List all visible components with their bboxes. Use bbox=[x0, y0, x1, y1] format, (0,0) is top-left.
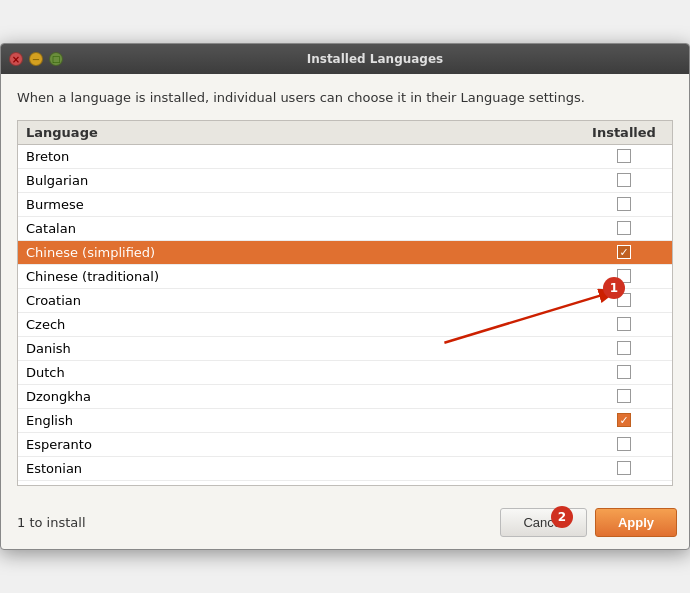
row-language-name: Estonian bbox=[26, 461, 584, 476]
table-row[interactable]: Estonian bbox=[18, 457, 672, 481]
language-checkbox[interactable] bbox=[617, 197, 631, 211]
table-row[interactable]: Bulgarian bbox=[18, 169, 672, 193]
row-check-cell: ✓ bbox=[584, 245, 664, 259]
row-check-cell bbox=[584, 293, 664, 307]
language-checkbox[interactable] bbox=[617, 365, 631, 379]
row-check-cell bbox=[584, 365, 664, 379]
row-language-name: Chinese (traditional) bbox=[26, 269, 584, 284]
table-body[interactable]: BretonBulgarianBurmeseCatalanChinese (si… bbox=[18, 145, 672, 485]
table-row[interactable]: English✓ bbox=[18, 409, 672, 433]
row-check-cell bbox=[584, 341, 664, 355]
row-check-cell bbox=[584, 269, 664, 283]
close-button[interactable]: × bbox=[9, 52, 23, 66]
table-row[interactable]: Catalan bbox=[18, 217, 672, 241]
table-header: Language Installed bbox=[18, 121, 672, 145]
table-row[interactable]: Dzongkha bbox=[18, 385, 672, 409]
language-checkbox[interactable] bbox=[617, 389, 631, 403]
row-check-cell: ✓ bbox=[584, 413, 664, 427]
row-check-cell bbox=[584, 173, 664, 187]
annotation-badge-1: 1 bbox=[603, 277, 625, 299]
minimize-button[interactable]: − bbox=[29, 52, 43, 66]
row-language-name: Breton bbox=[26, 149, 584, 164]
table-row[interactable]: Chinese (simplified)✓ bbox=[18, 241, 672, 265]
language-checkbox[interactable] bbox=[617, 173, 631, 187]
table-row[interactable]: Burmese bbox=[18, 193, 672, 217]
row-language-name: Dutch bbox=[26, 365, 584, 380]
cancel-button[interactable]: Cancel bbox=[500, 508, 586, 537]
table-row[interactable]: Esperanto bbox=[18, 433, 672, 457]
row-check-cell bbox=[584, 221, 664, 235]
row-check-cell bbox=[584, 437, 664, 451]
row-check-cell bbox=[584, 317, 664, 331]
row-language-name: Esperanto bbox=[26, 437, 584, 452]
language-checkbox[interactable] bbox=[617, 437, 631, 451]
language-checkbox[interactable] bbox=[617, 221, 631, 235]
footer: 1 to install Cancel Apply bbox=[1, 498, 689, 549]
table-row[interactable]: Czech bbox=[18, 313, 672, 337]
table-row[interactable]: Finnish bbox=[18, 481, 672, 485]
row-check-cell bbox=[584, 149, 664, 163]
language-table-wrapper: 1 Language Installed bbox=[17, 120, 673, 486]
table-row[interactable]: Breton bbox=[18, 145, 672, 169]
header-installed: Installed bbox=[584, 125, 664, 140]
main-window: × − □ Installed Languages When a languag… bbox=[0, 43, 690, 550]
apply-button[interactable]: Apply bbox=[595, 508, 677, 537]
row-language-name: Burmese bbox=[26, 197, 584, 212]
maximize-button[interactable]: □ bbox=[49, 52, 63, 66]
content-area: When a language is installed, individual… bbox=[1, 74, 689, 498]
table-row[interactable]: Dutch bbox=[18, 361, 672, 385]
row-language-name: Danish bbox=[26, 341, 584, 356]
row-check-cell bbox=[584, 389, 664, 403]
header-language: Language bbox=[26, 125, 584, 140]
row-language-name: Dzongkha bbox=[26, 389, 584, 404]
row-check-cell bbox=[584, 461, 664, 475]
row-check-cell bbox=[584, 197, 664, 211]
row-language-name: Chinese (simplified) bbox=[26, 245, 584, 260]
annotation-badge-2: 2 bbox=[551, 506, 573, 528]
language-checkbox[interactable] bbox=[617, 461, 631, 475]
table-row[interactable]: Chinese (traditional) bbox=[18, 265, 672, 289]
row-language-name: Bulgarian bbox=[26, 173, 584, 188]
window-title: Installed Languages bbox=[69, 52, 681, 66]
row-language-name: Catalan bbox=[26, 221, 584, 236]
row-language-name: Croatian bbox=[26, 293, 584, 308]
row-language-name: English bbox=[26, 413, 584, 428]
status-text: 1 to install bbox=[17, 515, 86, 530]
language-checkbox[interactable]: ✓ bbox=[617, 245, 631, 259]
footer-buttons: Cancel Apply bbox=[500, 508, 677, 537]
row-language-name: Czech bbox=[26, 317, 584, 332]
language-checkbox[interactable] bbox=[617, 149, 631, 163]
language-checkbox[interactable]: ✓ bbox=[617, 413, 631, 427]
language-checkbox[interactable] bbox=[617, 341, 631, 355]
table-row[interactable]: Croatian bbox=[18, 289, 672, 313]
language-table: Language Installed BretonBulgarianBurmes… bbox=[17, 120, 673, 486]
titlebar: × − □ Installed Languages bbox=[1, 44, 689, 74]
table-row[interactable]: Danish bbox=[18, 337, 672, 361]
description-text: When a language is installed, individual… bbox=[17, 88, 673, 108]
language-checkbox[interactable] bbox=[617, 317, 631, 331]
